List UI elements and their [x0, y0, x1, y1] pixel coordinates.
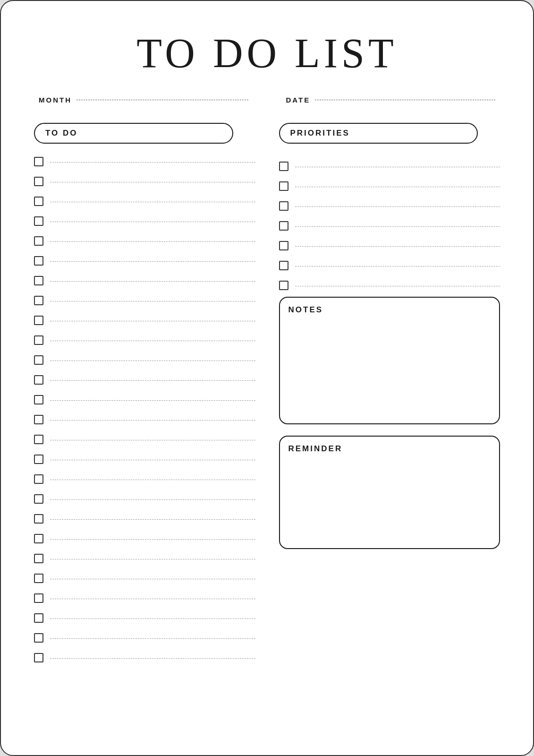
priority-checkbox[interactable] [279, 221, 288, 231]
todo-checkbox[interactable] [34, 633, 43, 643]
priority-checkbox[interactable] [279, 241, 288, 250]
month-line [76, 100, 248, 100]
todo-checkbox[interactable] [34, 316, 43, 325]
priority-checkbox[interactable] [279, 281, 288, 290]
todo-checkbox[interactable] [34, 494, 43, 504]
month-field: MONTH [39, 96, 248, 104]
notes-label: NOTES [288, 305, 491, 315]
priority-item [279, 237, 500, 254]
todo-item [34, 371, 255, 388]
priority-item [279, 257, 500, 274]
priority-item [279, 158, 500, 175]
date-field: DATE [286, 96, 496, 104]
columns: TO DO [34, 123, 500, 669]
todo-item [34, 431, 255, 448]
todo-item [34, 352, 255, 369]
todo-checkbox[interactable] [34, 653, 43, 662]
todo-item [34, 252, 255, 269]
todo-item [34, 590, 255, 607]
priority-item [279, 198, 500, 215]
todo-checkbox[interactable] [34, 554, 43, 563]
priority-checkbox[interactable] [279, 181, 288, 191]
todo-header-box: TO DO [34, 123, 233, 144]
right-column: PRIORITIES NOTES REMINDER [279, 123, 500, 669]
todo-item [34, 272, 255, 289]
todo-item [34, 610, 255, 627]
todo-item [34, 213, 255, 230]
priority-checkbox[interactable] [279, 201, 288, 211]
todo-checkbox[interactable] [34, 574, 43, 583]
todo-item [34, 649, 255, 666]
todo-checkbox[interactable] [34, 455, 43, 464]
todo-checkbox[interactable] [34, 296, 43, 305]
todo-checkbox[interactable] [34, 355, 43, 365]
todo-checkbox[interactable] [34, 236, 43, 246]
priorities-list [279, 158, 500, 294]
todo-item [34, 391, 255, 408]
todo-item [34, 530, 255, 547]
date-label: DATE [286, 96, 311, 104]
priorities-header-text: PRIORITIES [290, 129, 350, 137]
notes-box: NOTES [279, 297, 500, 424]
todo-item [34, 570, 255, 587]
priorities-header-box: PRIORITIES [279, 123, 478, 144]
priority-item [279, 277, 500, 294]
page: TO DO LIST MONTH DATE TO DO [0, 0, 534, 756]
todo-checkbox[interactable] [34, 435, 43, 444]
priority-checkbox[interactable] [279, 261, 288, 270]
todo-item [34, 471, 255, 488]
todo-checkbox[interactable] [34, 613, 43, 623]
todo-item [34, 411, 255, 428]
todo-item [34, 451, 255, 468]
todo-checkbox[interactable] [34, 335, 43, 345]
todo-checkbox[interactable] [34, 256, 43, 266]
reminder-box: REMINDER [279, 436, 500, 549]
todo-checkbox[interactable] [34, 197, 43, 206]
priority-item [279, 217, 500, 234]
todo-checkbox[interactable] [34, 375, 43, 385]
todo-checkbox[interactable] [34, 474, 43, 484]
meta-row: MONTH DATE [34, 96, 500, 104]
todo-item [34, 153, 255, 170]
priority-item [279, 178, 500, 195]
page-title: TO DO LIST [34, 29, 500, 77]
todo-column: TO DO [34, 123, 255, 669]
todo-checkbox[interactable] [34, 177, 43, 186]
todo-item [34, 490, 255, 507]
todo-header-text: TO DO [45, 129, 78, 137]
todo-item [34, 292, 255, 309]
todo-checkbox[interactable] [34, 157, 43, 166]
todo-checkbox[interactable] [34, 514, 43, 524]
todo-list [34, 153, 255, 666]
month-label: MONTH [39, 96, 72, 104]
todo-item [34, 550, 255, 567]
todo-item [34, 193, 255, 210]
todo-checkbox[interactable] [34, 593, 43, 603]
todo-item [34, 510, 255, 527]
todo-checkbox[interactable] [34, 534, 43, 543]
todo-checkbox[interactable] [34, 395, 43, 404]
todo-checkbox[interactable] [34, 415, 43, 424]
todo-item [34, 232, 255, 249]
date-line [315, 100, 495, 100]
todo-item [34, 629, 255, 646]
todo-checkbox[interactable] [34, 276, 43, 285]
todo-item [34, 332, 255, 349]
todo-item [34, 173, 255, 190]
reminder-label: REMINDER [288, 444, 491, 454]
todo-checkbox[interactable] [34, 216, 43, 226]
todo-item [34, 312, 255, 329]
priority-checkbox[interactable] [279, 162, 288, 171]
